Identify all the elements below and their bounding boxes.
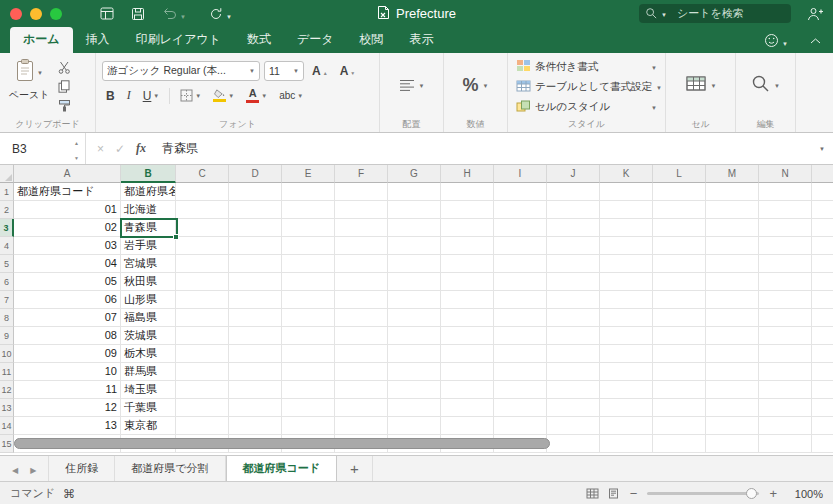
cell-g5[interactable]	[388, 255, 441, 273]
row-header-2[interactable]: 2	[0, 201, 14, 219]
cell-c7[interactable]	[176, 291, 229, 309]
cell-a12[interactable]: 11	[14, 381, 121, 399]
cell-i2[interactable]	[494, 201, 547, 219]
cell-f7[interactable]	[335, 291, 388, 309]
cell-c8[interactable]	[176, 309, 229, 327]
cell-a3[interactable]: 02	[14, 219, 121, 237]
copy-button[interactable]	[58, 80, 71, 93]
cell-i11[interactable]	[494, 363, 547, 381]
cell-h5[interactable]	[441, 255, 494, 273]
cell-g9[interactable]	[388, 327, 441, 345]
decrease-font-size-button[interactable]: A	[336, 63, 360, 79]
cell-e9[interactable]	[282, 327, 335, 345]
cell-i3[interactable]	[494, 219, 547, 237]
cell-d3[interactable]	[229, 219, 282, 237]
column-header-j[interactable]: J	[547, 165, 600, 183]
cell-f9[interactable]	[335, 327, 388, 345]
fill-color-button[interactable]	[209, 88, 238, 104]
column-header-n[interactable]: N	[759, 165, 812, 183]
cell-n9[interactable]	[759, 327, 812, 345]
add-sheet-button[interactable]: +	[337, 456, 373, 481]
cell-h4[interactable]	[441, 237, 494, 255]
cell-c9[interactable]	[176, 327, 229, 345]
cell-b2[interactable]: 北海道	[121, 201, 176, 219]
column-header-c[interactable]: C	[176, 165, 229, 183]
column-header-a[interactable]: A	[14, 165, 121, 183]
cell-c5[interactable]	[176, 255, 229, 273]
cell-i1[interactable]	[494, 183, 547, 201]
cell-f14[interactable]	[335, 417, 388, 435]
cell-e13[interactable]	[282, 399, 335, 417]
cell-n6[interactable]	[759, 273, 812, 291]
insert-function-button[interactable]: fx	[136, 141, 146, 156]
ribbon-tab-page-layout[interactable]: 印刷レイアウト	[123, 27, 234, 53]
cell-n4[interactable]	[759, 237, 812, 255]
cell-m14[interactable]	[706, 417, 759, 435]
cell-a2[interactable]: 01	[14, 201, 121, 219]
cell-e4[interactable]	[282, 237, 335, 255]
formula-bar-expand-chevron[interactable]	[819, 142, 825, 156]
cell-g8[interactable]	[388, 309, 441, 327]
cell-f5[interactable]	[335, 255, 388, 273]
cell-h11[interactable]	[441, 363, 494, 381]
cell-n5[interactable]	[759, 255, 812, 273]
cell-m4[interactable]	[706, 237, 759, 255]
underline-button[interactable]: U	[139, 88, 164, 104]
cell-l5[interactable]	[653, 255, 706, 273]
cell-b14[interactable]: 東京都	[121, 417, 176, 435]
cell-j11[interactable]	[547, 363, 600, 381]
cell-n2[interactable]	[759, 201, 812, 219]
cell-j3[interactable]	[547, 219, 600, 237]
cell-m10[interactable]	[706, 345, 759, 363]
paste-button[interactable]: ペースト	[6, 58, 52, 112]
cell-m6[interactable]	[706, 273, 759, 291]
cell-m15[interactable]	[706, 435, 759, 453]
column-header-l[interactable]: L	[653, 165, 706, 183]
cell-o7[interactable]	[812, 291, 833, 309]
column-header-h[interactable]: H	[441, 165, 494, 183]
cell-d9[interactable]	[229, 327, 282, 345]
cell-b9[interactable]: 茨城県	[121, 327, 176, 345]
row-header-12[interactable]: 12	[0, 381, 14, 399]
cell-c12[interactable]	[176, 381, 229, 399]
cell-b13[interactable]: 千葉県	[121, 399, 176, 417]
cut-button[interactable]	[58, 61, 71, 74]
sheet-tab-split-by-prefecture[interactable]: 都道府県で分割	[115, 456, 225, 481]
cell-l15[interactable]	[653, 435, 706, 453]
cell-g1[interactable]	[388, 183, 441, 201]
cell-j6[interactable]	[547, 273, 600, 291]
page-layout-view-button[interactable]	[607, 488, 620, 499]
ribbon-tab-data[interactable]: データ	[284, 27, 347, 53]
cell-i12[interactable]	[494, 381, 547, 399]
cell-k4[interactable]	[600, 237, 653, 255]
cell-g2[interactable]	[388, 201, 441, 219]
cell-b11[interactable]: 群馬県	[121, 363, 176, 381]
cell-m9[interactable]	[706, 327, 759, 345]
cell-o1[interactable]	[812, 183, 833, 201]
cell-a5[interactable]: 04	[14, 255, 121, 273]
cell-f4[interactable]	[335, 237, 388, 255]
cell-n15[interactable]	[759, 435, 812, 453]
cell-n10[interactable]	[759, 345, 812, 363]
cell-h2[interactable]	[441, 201, 494, 219]
cell-i5[interactable]	[494, 255, 547, 273]
minimize-window-button[interactable]	[30, 8, 42, 20]
cell-g6[interactable]	[388, 273, 441, 291]
row-header-11[interactable]: 11	[0, 363, 14, 381]
undo-button[interactable]	[162, 7, 192, 20]
cell-j8[interactable]	[547, 309, 600, 327]
cell-d4[interactable]	[229, 237, 282, 255]
cell-l3[interactable]	[653, 219, 706, 237]
cell-g7[interactable]	[388, 291, 441, 309]
column-header-f[interactable]: F	[335, 165, 388, 183]
cell-o9[interactable]	[812, 327, 833, 345]
column-header-m[interactable]: M	[706, 165, 759, 183]
sheet-search-input[interactable]: シートを検索	[639, 4, 791, 23]
horizontal-scrollbar[interactable]	[14, 438, 550, 449]
cell-k12[interactable]	[600, 381, 653, 399]
cell-f12[interactable]	[335, 381, 388, 399]
cell-j15[interactable]	[547, 435, 600, 453]
cell-n8[interactable]	[759, 309, 812, 327]
normal-view-button[interactable]	[586, 488, 599, 499]
cell-l10[interactable]	[653, 345, 706, 363]
